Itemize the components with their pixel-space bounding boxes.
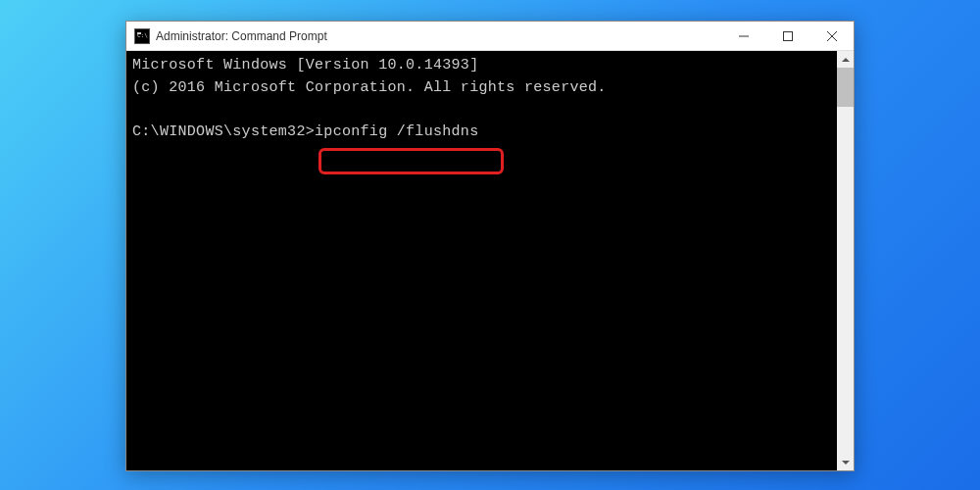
svg-marker-4 [842, 58, 850, 62]
window-title: Administrator: Command Prompt [156, 29, 721, 43]
version-line: Microsoft Windows [Version 10.0.14393] [132, 57, 478, 74]
command-prompt-window: Administrator: Command Prompt Microsoft … [125, 21, 855, 471]
titlebar[interactable]: Administrator: Command Prompt [126, 22, 854, 51]
scroll-up-arrow[interactable] [837, 51, 854, 68]
prompt-path: C:\WINDOWS\system32> [132, 123, 315, 140]
svg-rect-1 [783, 31, 792, 40]
scroll-thumb[interactable] [837, 68, 854, 107]
window-controls [721, 22, 854, 50]
maximize-button[interactable] [765, 22, 809, 50]
scroll-down-arrow[interactable] [837, 454, 854, 470]
copyright-line: (c) 2016 Microsoft Corporation. All righ… [132, 79, 607, 96]
svg-marker-5 [842, 461, 850, 465]
close-button[interactable] [809, 22, 854, 50]
terminal-output[interactable]: Microsoft Windows [Version 10.0.14393] (… [126, 51, 837, 470]
cmd-icon [134, 28, 150, 44]
vertical-scrollbar[interactable] [837, 51, 854, 470]
minimize-button[interactable] [721, 22, 765, 50]
client-area: Microsoft Windows [Version 10.0.14393] (… [126, 51, 854, 470]
scroll-track[interactable] [837, 68, 854, 454]
typed-command: ipconfig /flushdns [315, 123, 478, 140]
